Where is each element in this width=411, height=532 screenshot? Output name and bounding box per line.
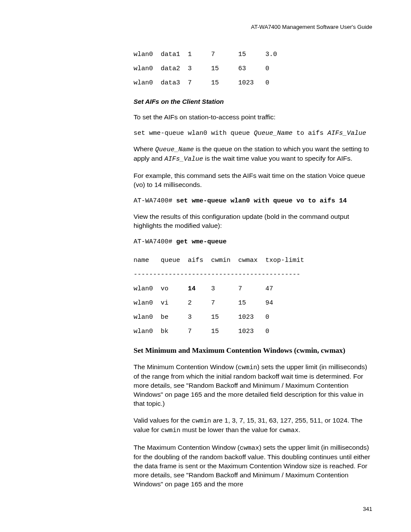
data-table-top: wlan0 data1 1 7 15 3.0 wlan0 data2 3 15 …: [134, 47, 372, 90]
command-example-2: AT-WA7400# get wme-queue: [134, 238, 372, 246]
document-page: AT-WA7400 Management Software User's Gui…: [0, 0, 411, 529]
output-table: name queue aifs cwmin cwmax txop-limit -…: [134, 253, 372, 339]
heading-contention-windows: Set Minimum and Maximum Contention Windo…: [134, 346, 372, 355]
command-example-1: AT-WA7400# set wme-queue wlan0 with queu…: [134, 197, 372, 205]
paragraph: Where Queue_Name is the queue on the sta…: [134, 145, 372, 164]
paragraph: Valid values for the cwmin are 1, 3, 7, …: [134, 416, 372, 436]
syntax-line: set wme-queue wlan0 with queue Queue_Nam…: [134, 130, 372, 137]
running-header: AT-WA7400 Management Software User's Gui…: [134, 24, 372, 30]
paragraph: The Maximum Contention Window (cwmax) se…: [134, 443, 372, 489]
paragraph: To set the AIFs on station-to-access poi…: [134, 113, 372, 122]
paragraph: The Minimum Contention Window (cwmin) se…: [134, 363, 372, 408]
heading-set-aifs: Set AIFs on the Client Station: [134, 98, 372, 105]
page-number: 341: [134, 506, 372, 512]
paragraph: View the results of this configuration u…: [134, 212, 372, 230]
paragraph: For example, this command sets the AIFs …: [134, 171, 372, 190]
